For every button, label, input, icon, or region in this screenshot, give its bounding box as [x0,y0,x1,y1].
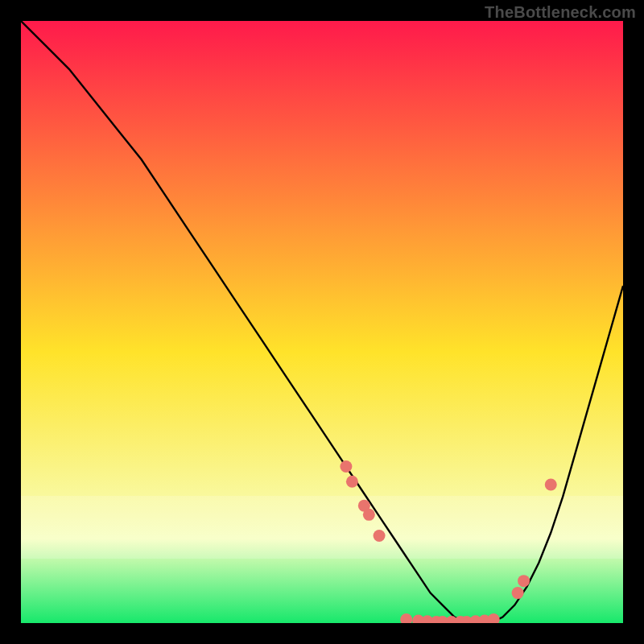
data-marker [518,575,530,587]
data-marker [363,509,375,521]
data-marker [545,478,557,490]
plot-area [21,21,623,623]
data-marker [340,460,352,473]
data-marker [374,530,386,542]
chart-svg [21,21,623,623]
chart-frame: TheBottleneck.com [0,0,644,644]
pale-haze-band [21,496,623,559]
data-marker [346,476,358,488]
watermark-text: TheBottleneck.com [485,3,636,22]
data-marker [512,587,524,599]
